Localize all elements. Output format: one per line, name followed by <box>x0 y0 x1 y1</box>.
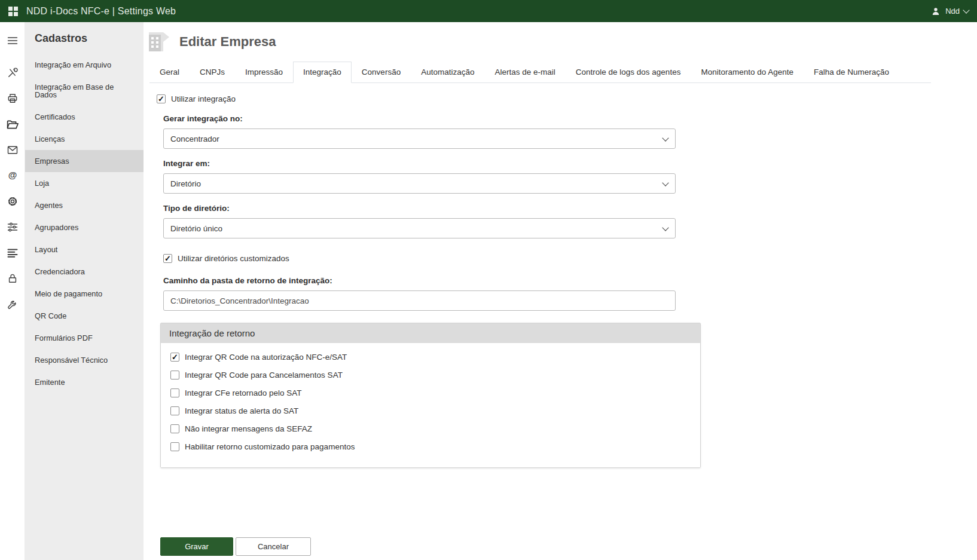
rail-item-security[interactable] <box>0 267 25 290</box>
generate-in-select-wrap: Concentrador <box>163 128 676 149</box>
sidebar-item-responsavel-tecnico[interactable]: Responsável Técnico <box>25 349 144 371</box>
tools-icon <box>7 67 19 79</box>
sidebar-item-qr-code[interactable]: QR Code <box>25 305 144 327</box>
rail-item-layout[interactable] <box>0 241 25 265</box>
rail-item-settings[interactable] <box>0 189 25 213</box>
sidebar-item-integracao-base-dados[interactable]: Integração em Base de Dados <box>25 76 144 106</box>
generate-in-label: Gerar integração no: <box>163 114 977 123</box>
top-bar: NDD i-Docs NFC-e | Settings Web Ndd <box>0 0 977 22</box>
tab-conversao[interactable]: Conversão <box>352 62 411 83</box>
return-integration-panel: Integração de retorno Integrar QR Code n… <box>160 323 701 468</box>
checkbox-box <box>170 424 179 433</box>
menu-toggle-button[interactable] <box>0 29 25 53</box>
rail-item-at[interactable]: @ <box>0 164 25 188</box>
envelope-icon <box>7 144 19 156</box>
at-icon: @ <box>7 170 19 182</box>
cfe-retornado-checkbox-row[interactable]: Integrar CFe retornado pelo SAT <box>170 388 691 397</box>
tab-alertas-email[interactable]: Alertas de e-mail <box>484 62 565 83</box>
user-menu[interactable]: Ndd <box>930 6 969 17</box>
tab-cnpjs[interactable]: CNPJs <box>190 62 235 83</box>
rail-item-parameters[interactable] <box>0 215 25 239</box>
retorno-customizado-pagamentos-checkbox-row[interactable]: Habilitar retorno customizado para pagam… <box>170 442 691 451</box>
qr-code-cancelamentos-label: Integrar QR Code para Cancelamentos SAT <box>185 371 343 380</box>
integrate-in-select-wrap: Diretório <box>163 173 676 194</box>
sidebar-item-certificados[interactable]: Certificados <box>25 106 144 128</box>
tab-geral[interactable]: Geral <box>149 62 190 83</box>
use-integration-checkbox-row[interactable]: Utilizar integração <box>157 94 236 103</box>
use-integration-label: Utilizar integração <box>171 94 236 103</box>
sidebar: Cadastros Integração em Arquivo Integraç… <box>25 22 144 560</box>
integrate-in-label: Integrar em: <box>163 159 977 168</box>
sidebar-title: Cadastros <box>25 22 144 54</box>
tab-impressao[interactable]: Impressão <box>235 62 293 83</box>
sidebar-item-agentes[interactable]: Agentes <box>25 194 144 216</box>
sidebar-item-layout[interactable]: Layout <box>25 238 144 261</box>
return-integration-panel-body: Integrar QR Code na autorização NFC-e/SA… <box>161 343 700 467</box>
tab-automatizacao[interactable]: Automatização <box>411 62 484 83</box>
dir-type-group: Tipo de diretório: Diretório único <box>163 204 977 238</box>
nao-integrar-sefaz-checkbox-row[interactable]: Não integrar mensagens da SEFAZ <box>170 424 691 433</box>
chevron-down-icon <box>963 7 969 13</box>
app-grid-icon[interactable] <box>8 7 18 16</box>
tab-bar: Geral CNPJs Impressão Integração Convers… <box>149 62 931 83</box>
qr-code-cancelamentos-checkbox-row[interactable]: Integrar QR Code para Cancelamentos SAT <box>170 371 691 380</box>
form-actions: Gravar Cancelar <box>160 537 977 556</box>
integrate-in-group: Integrar em: Diretório <box>163 159 977 194</box>
retorno-customizado-pagamentos-label: Habilitar retorno customizado para pagam… <box>185 442 355 451</box>
lock-icon <box>7 273 19 284</box>
checkbox-box <box>170 406 179 415</box>
checkbox-box <box>157 94 166 103</box>
folder-open-icon <box>6 118 19 131</box>
dir-type-select[interactable]: Diretório único <box>163 218 676 238</box>
sidebar-item-empresas[interactable]: Empresas <box>25 150 144 172</box>
sidebar-item-emitente[interactable]: Emitente <box>25 371 144 393</box>
tab-monitoramento-agente[interactable]: Monitoramento do Agente <box>691 62 804 83</box>
return-path-label: Caminho da pasta de retorno de integraçã… <box>163 276 977 285</box>
rail-item-cadastros[interactable] <box>0 112 25 136</box>
checkbox-box <box>170 388 179 397</box>
rail-item-tools[interactable] <box>0 61 25 85</box>
printer-icon <box>7 93 19 105</box>
svg-text:@: @ <box>8 170 17 180</box>
page-title: Editar Empresa <box>179 34 276 50</box>
save-button[interactable]: Gravar <box>160 537 233 556</box>
cancel-button[interactable]: Cancelar <box>236 537 311 556</box>
return-path-group: Caminho da pasta de retorno de integraçã… <box>163 276 977 311</box>
return-path-input[interactable] <box>163 290 676 311</box>
sliders-icon <box>7 221 19 233</box>
custom-dirs-checkbox-row[interactable]: Utilizar diretórios customizados <box>163 254 289 263</box>
rail-item-printing[interactable] <box>0 87 25 111</box>
custom-dirs-label: Utilizar diretórios customizados <box>178 254 289 263</box>
tab-falha-numeracao[interactable]: Falha de Numeração <box>804 62 899 83</box>
generate-in-select[interactable]: Concentrador <box>163 128 676 149</box>
integrate-in-select[interactable]: Diretório <box>163 173 676 194</box>
dir-type-select-wrap: Diretório único <box>163 218 676 238</box>
qr-code-nfce-sat-checkbox-row[interactable]: Integrar QR Code na autorização NFC-e/SA… <box>170 353 691 362</box>
status-alerta-sat-checkbox-row[interactable]: Integrar status de alerta do SAT <box>170 406 691 415</box>
hamburger-icon <box>7 35 19 47</box>
sidebar-item-loja[interactable]: Loja <box>25 172 144 194</box>
sidebar-item-licencas[interactable]: Licenças <box>25 128 144 150</box>
checkbox-box <box>170 353 179 362</box>
tab-integracao[interactable]: Integração <box>293 62 352 83</box>
sidebar-item-formularios-pdf[interactable]: Formulários PDF <box>25 327 144 349</box>
checkbox-box <box>170 371 179 380</box>
custom-dirs-row: Utilizar diretórios customizados <box>163 253 977 264</box>
nao-integrar-sefaz-label: Não integrar mensagens da SEFAZ <box>185 424 312 433</box>
tab-controle-logs[interactable]: Controle de logs dos agentes <box>566 62 691 83</box>
qr-code-nfce-sat-label: Integrar QR Code na autorização NFC-e/SA… <box>185 353 347 362</box>
user-name: Ndd <box>945 7 960 16</box>
sidebar-item-integracao-arquivo[interactable]: Integração em Arquivo <box>25 54 144 76</box>
list-icon <box>7 247 19 259</box>
rail-item-maintenance[interactable] <box>0 292 25 316</box>
rail-item-mail[interactable] <box>0 138 25 162</box>
icon-rail: @ <box>0 22 25 560</box>
sidebar-item-agrupadores[interactable]: Agrupadores <box>25 216 144 238</box>
sidebar-item-meio-pagamento[interactable]: Meio de pagamento <box>25 283 144 305</box>
status-alerta-sat-label: Integrar status de alerta do SAT <box>185 406 298 415</box>
integration-form: Utilizar integração Gerar integração no:… <box>144 83 977 556</box>
checkbox-box <box>163 254 172 263</box>
sidebar-item-credenciadora[interactable]: Credenciadora <box>25 261 144 283</box>
app-title: NDD i-Docs NFC-e | Settings Web <box>26 6 176 17</box>
checkbox-box <box>170 442 179 451</box>
